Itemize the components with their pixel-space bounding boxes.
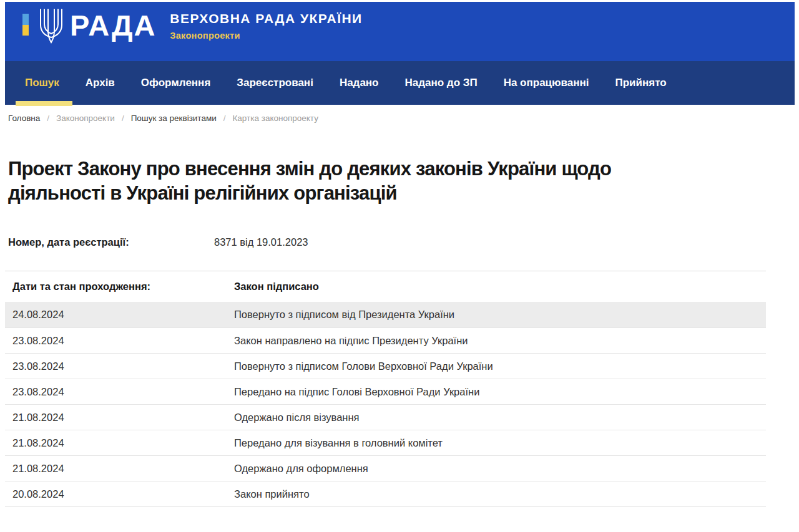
nav-item-label: Оформлення <box>141 77 210 89</box>
nav-item[interactable]: Пошук <box>25 61 59 105</box>
main-content: Проект Закону про внесення змін до деяки… <box>5 157 795 507</box>
breadcrumb-separator: / <box>223 114 226 123</box>
breadcrumb-item: Пошук за реквізитами / <box>131 114 233 123</box>
timeline-date: 20.08.2024 <box>5 488 234 500</box>
breadcrumb: Головна / Законопроекти / Пошук за рекві… <box>5 105 795 123</box>
registration-value: 8371 від 19.01.2023 <box>214 236 308 248</box>
timeline-row: 23.08.2024 Передано на підпис Голові Вер… <box>5 379 766 404</box>
timeline-date: 21.08.2024 <box>5 412 234 423</box>
breadcrumb-item: Законопроекти / <box>56 114 131 123</box>
timeline-row: 21.08.2024 Одержано після візування <box>5 404 766 430</box>
tryzub-icon <box>36 8 66 44</box>
timeline-table: Дати та стан проходження: Закон підписан… <box>5 271 766 507</box>
breadcrumb-separator: / <box>47 114 49 123</box>
org-block: ВЕРХОВНА РАДА УКРАЇНИ Законопроекти <box>170 8 362 41</box>
breadcrumb-link: Картка законопроекту <box>233 114 318 123</box>
nav-item[interactable]: Надано <box>340 61 379 105</box>
rada-logo-link[interactable]: РАДА <box>70 8 156 43</box>
timeline-status: Закон направлено на підпис Президенту Ук… <box>234 335 766 347</box>
timeline-status: Закон прийнято <box>234 488 766 500</box>
breadcrumb-item: Головна / <box>8 114 56 123</box>
site-section-link[interactable]: Законопроекти <box>170 31 240 41</box>
nav-item-label: Прийнято <box>615 77 667 89</box>
page-frame: РАДА ВЕРХОВНА РАДА УКРАЇНИ Законопроекти… <box>5 2 795 507</box>
breadcrumb-item: Картка законопроекту <box>233 114 318 123</box>
nav-item-label: Архів <box>86 77 115 89</box>
breadcrumb-link[interactable]: Головна <box>8 114 40 123</box>
nav-item[interactable]: Прийнято <box>615 61 667 105</box>
timeline-date: 21.08.2024 <box>5 463 234 475</box>
timeline-row: 20.08.2024 Закон прийнято <box>5 481 766 506</box>
nav-item-label: На опрацюванні <box>504 77 589 89</box>
breadcrumb-separator: / <box>122 114 124 123</box>
timeline-date: 24.08.2024 <box>5 309 234 321</box>
nav-item-label: Надано до ЗП <box>405 77 478 89</box>
site-header: РАДА ВЕРХОВНА РАДА УКРАЇНИ Законопроекти <box>5 2 795 61</box>
timeline-header-label: Дати та стан проходження: <box>5 281 234 293</box>
brand-block: РАДА ВЕРХОВНА РАДА УКРАЇНИ Законопроекти <box>5 2 795 44</box>
breadcrumb-link[interactable]: Законопроекти <box>56 114 115 123</box>
timeline-status: Передано для візування в головний коміте… <box>234 437 766 449</box>
timeline-status: Передано на підпис Голові Верховної Ради… <box>234 386 766 398</box>
timeline-date: 23.08.2024 <box>5 335 234 347</box>
timeline-current-status: Закон підписано <box>234 281 766 293</box>
timeline-row: 24.08.2024 Повернуто з підписом від През… <box>5 302 766 327</box>
nav-item[interactable]: Архів <box>86 61 115 105</box>
nav-item-label: Надано <box>340 77 379 89</box>
timeline-row: 23.08.2024 Закон направлено на підпис Пр… <box>5 327 766 353</box>
nav-item[interactable]: На опрацюванні <box>504 61 589 105</box>
registration-row: Номер, дата реєстрації: 8371 від 19.01.2… <box>5 236 795 249</box>
registration-label: Номер, дата реєстрації: <box>8 236 129 248</box>
page-title: Проект Закону про внесення змін до деяки… <box>8 157 710 205</box>
ukraine-flag-icon <box>22 14 29 36</box>
nav-item-label: Зареєстровані <box>237 77 313 89</box>
timeline-row: 21.08.2024 Передано для візування в голо… <box>5 430 766 455</box>
timeline-rows: 24.08.2024 Повернуто з підписом від През… <box>5 302 766 507</box>
timeline-header: Дати та стан проходження: Закон підписан… <box>5 271 766 302</box>
nav-item[interactable]: Оформлення <box>141 61 210 105</box>
org-name: ВЕРХОВНА РАДА УКРАЇНИ <box>170 11 362 26</box>
timeline-date: 21.08.2024 <box>5 437 234 449</box>
timeline-status: Одержано для оформлення <box>234 463 766 475</box>
timeline-status: Одержано після візування <box>234 412 766 423</box>
timeline-date: 23.08.2024 <box>5 386 234 398</box>
timeline-date: 23.08.2024 <box>5 360 234 372</box>
timeline-row: 23.08.2024 Повернуто з підписом Голови В… <box>5 353 766 379</box>
timeline-row: 21.08.2024 Одержано для оформлення <box>5 455 766 481</box>
breadcrumb-link[interactable]: Пошук за реквізитами <box>131 114 217 123</box>
nav-item-label: Пошук <box>25 77 59 89</box>
main-nav: Пошук Архів Оформлення Зареєстровані Над… <box>5 61 795 105</box>
timeline-status: Повернуто з підписом від Президента Укра… <box>234 309 766 321</box>
timeline-status: Повернуто з підписом Голови Верховної Ра… <box>234 360 766 372</box>
nav-item[interactable]: Надано до ЗП <box>405 61 478 105</box>
nav-item[interactable]: Зареєстровані <box>237 61 313 105</box>
